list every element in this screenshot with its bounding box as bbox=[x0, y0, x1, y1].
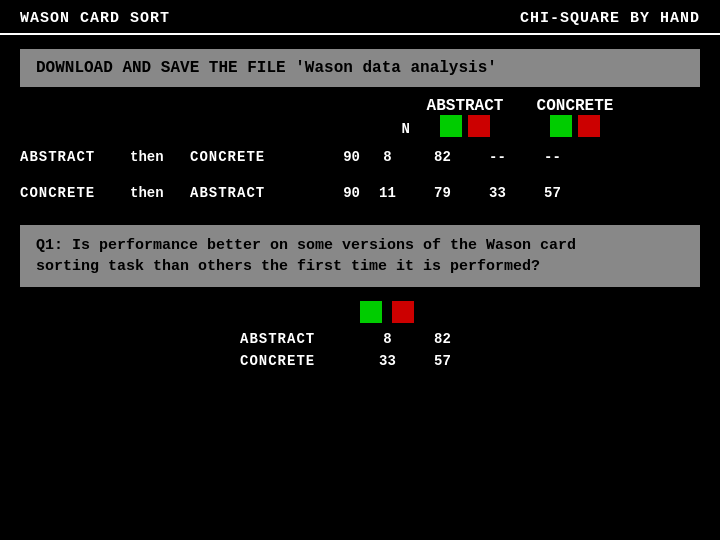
row-condition-0: CONCRETE bbox=[190, 149, 310, 165]
row-n-1: 90 bbox=[310, 185, 360, 201]
question-line1: Q1: Is performance better on some versio… bbox=[36, 235, 684, 256]
app-title: WASON CARD SORT bbox=[20, 10, 170, 27]
question-box: Q1: Is performance better on some versio… bbox=[20, 225, 700, 287]
abstract-color-pair bbox=[440, 115, 490, 137]
row-concrete-red-1: 57 bbox=[525, 185, 580, 201]
bottom-color-row bbox=[240, 301, 700, 323]
row-then-1: then bbox=[130, 185, 190, 201]
bottom-abstract-green: 8 bbox=[360, 331, 415, 347]
concrete-red-box bbox=[578, 115, 600, 137]
bottom-abstract-label: ABSTRACT bbox=[240, 331, 360, 347]
concrete-column-header: CONCRETE bbox=[520, 97, 630, 137]
download-text: DOWNLOAD AND SAVE THE FILE 'Wason data a… bbox=[36, 59, 497, 77]
header: WASON CARD SORT CHI-SQUARE BY HAND bbox=[0, 0, 720, 35]
concrete-header-label: CONCRETE bbox=[537, 97, 614, 115]
row-label-concrete: CONCRETE bbox=[20, 185, 130, 201]
abstract-column-header: ABSTRACT bbox=[410, 97, 520, 137]
abstract-red-box bbox=[468, 115, 490, 137]
row-concrete-red-0: -- bbox=[525, 149, 580, 165]
main-table: N ABSTRACT CONCRETE ABSTRACT then CONCRE… bbox=[20, 97, 700, 209]
bottom-red-box bbox=[392, 301, 414, 323]
bottom-concrete-row: CONCRETE 33 57 bbox=[240, 353, 700, 369]
row-abstract-red-0: 82 bbox=[415, 149, 470, 165]
bottom-concrete-green: 33 bbox=[360, 353, 415, 369]
method-title: CHI-SQUARE BY HAND bbox=[520, 10, 700, 27]
question-line2: sorting task than others the first time … bbox=[36, 256, 684, 277]
table-row: ABSTRACT then CONCRETE 90 8 82 -- -- bbox=[20, 141, 700, 173]
table-row: CONCRETE then ABSTRACT 90 11 79 33 57 bbox=[20, 177, 700, 209]
bottom-green-box bbox=[360, 301, 382, 323]
column-headers-row: N ABSTRACT CONCRETE bbox=[20, 97, 700, 137]
bottom-concrete-red: 57 bbox=[415, 353, 470, 369]
abstract-header-label: ABSTRACT bbox=[427, 97, 504, 115]
row-concrete-green-0: -- bbox=[470, 149, 525, 165]
row-condition-1: ABSTRACT bbox=[190, 185, 310, 201]
bottom-section: ABSTRACT 8 82 CONCRETE 33 57 bbox=[20, 301, 700, 369]
concrete-green-box bbox=[550, 115, 572, 137]
row-then-0: then bbox=[130, 149, 190, 165]
n-column-header: N bbox=[360, 121, 410, 137]
download-box[interactable]: DOWNLOAD AND SAVE THE FILE 'Wason data a… bbox=[20, 49, 700, 87]
row-abstract-green-1: 11 bbox=[360, 185, 415, 201]
row-label-abstract: ABSTRACT bbox=[20, 149, 130, 165]
row-abstract-red-1: 79 bbox=[415, 185, 470, 201]
row-n-0: 90 bbox=[310, 149, 360, 165]
row-concrete-green-1: 33 bbox=[470, 185, 525, 201]
row-abstract-green-0: 8 bbox=[360, 149, 415, 165]
abstract-green-box bbox=[440, 115, 462, 137]
bottom-abstract-row: ABSTRACT 8 82 bbox=[240, 331, 700, 347]
concrete-color-pair bbox=[550, 115, 600, 137]
bottom-concrete-label: CONCRETE bbox=[240, 353, 360, 369]
bottom-abstract-red: 82 bbox=[415, 331, 470, 347]
